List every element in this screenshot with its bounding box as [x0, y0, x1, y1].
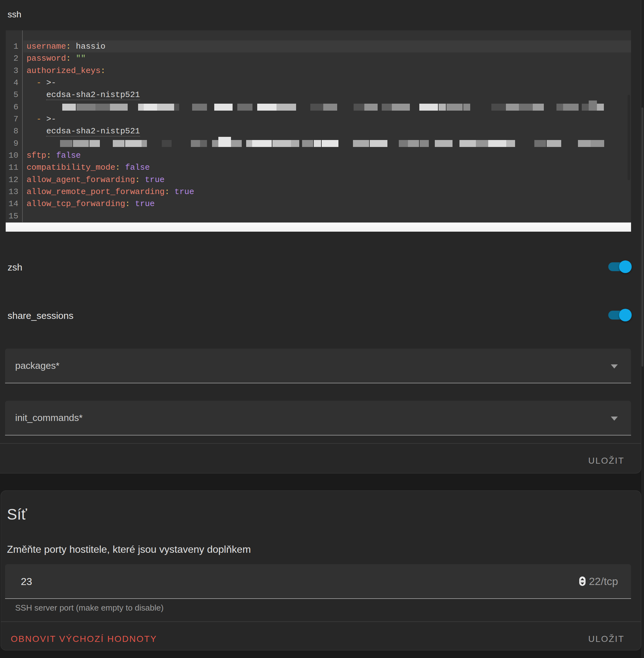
code-token: password: [26, 54, 66, 63]
network-save-button[interactable]: ULOŽIT: [584, 631, 629, 647]
code-token: :: [46, 151, 51, 160]
init-commands-select-label: init_commands*: [15, 401, 83, 435]
code-token: >-: [41, 78, 56, 88]
code-token: [120, 163, 125, 172]
code-token: :: [115, 163, 120, 172]
line-number: 1: [6, 41, 23, 52]
number-stepper[interactable]: [579, 576, 585, 586]
chevron-down-icon: [611, 364, 618, 368]
code-token: username: [26, 42, 66, 51]
ssh-field-label: ssh: [7, 9, 22, 20]
editor-line: 5 ecdsa-sha2-nistp521: [6, 89, 631, 101]
ssh-port-helper-text: SSH server port (make empty to disable): [15, 603, 164, 613]
chevron-down-icon: [611, 416, 618, 421]
redacted-key-blur: [46, 101, 631, 113]
code-line: [23, 210, 631, 222]
page-scrollbar[interactable]: [641, 0, 644, 658]
code-token: :: [125, 199, 130, 209]
code-token: allow_tcp_forwarding: [26, 199, 125, 209]
code-token: ecdsa-sha2-nistp521: [46, 90, 140, 100]
editor-line: 11compatibility_mode: false: [6, 161, 631, 174]
code-line: allow_agent_forwarding: true: [23, 174, 631, 186]
code-token: compatibility_mode: [26, 163, 115, 172]
editor-line: 10sftp: false: [6, 150, 631, 161]
stepper-up-icon[interactable]: [580, 578, 584, 580]
editor-line: 14allow_tcp_forwarding: true: [6, 198, 631, 210]
editor-line: 7 - >-: [6, 113, 631, 125]
code-token: [71, 54, 76, 63]
line-number: 11: [6, 161, 23, 174]
editor-line: 8 ecdsa-sha2-nistp521: [6, 125, 631, 137]
config-footer-divider: [0, 443, 641, 444]
ssh-port-input[interactable]: [20, 564, 496, 599]
code-token: false: [125, 163, 150, 172]
packages-select[interactable]: packages*: [5, 348, 631, 383]
code-line: [23, 101, 631, 113]
line-number: 7: [6, 113, 23, 125]
editor-horizontal-scrollbar[interactable]: [6, 223, 631, 232]
code-token: false: [56, 151, 81, 160]
line-number: 4: [6, 77, 23, 89]
editor-line: 1username: hassio: [6, 41, 631, 52]
code-line: ecdsa-sha2-nistp521: [23, 89, 631, 101]
code-token: authorized_keys: [26, 66, 100, 75]
code-line: [23, 137, 631, 150]
code-token: [140, 175, 145, 185]
editor-lines: 1username: hassio2password: ""3authorize…: [6, 41, 631, 222]
line-number: 3: [6, 65, 23, 77]
code-line: sftp: false: [23, 150, 631, 161]
code-token: allow_remote_port_forwarding: [26, 187, 165, 197]
network-section-title: Síť: [7, 506, 27, 523]
code-line: - >-: [23, 77, 631, 89]
code-token: true: [145, 175, 164, 185]
code-line: compatibility_mode: false: [23, 161, 631, 174]
toggle-thumb: [619, 309, 632, 321]
toggle-thumb: [619, 260, 632, 273]
editor-line: 3authorized_keys:: [6, 65, 631, 77]
line-number: 8: [6, 125, 23, 137]
line-number: 2: [6, 52, 23, 65]
editor-line: 6: [6, 101, 631, 113]
config-save-button[interactable]: ULOŽIT: [584, 453, 629, 469]
code-line: authorized_keys:: [23, 65, 631, 77]
line-number: 6: [6, 101, 23, 113]
code-token: hassio: [71, 42, 105, 51]
editor-vertical-scrollbar-thumb[interactable]: [627, 95, 630, 180]
code-token: [169, 187, 175, 197]
code-token: :: [135, 175, 140, 185]
share-sessions-toggle[interactable]: [608, 311, 631, 319]
page-scrollbar-thumb[interactable]: [642, 108, 643, 367]
code-line: allow_remote_port_forwarding: true: [23, 186, 631, 198]
code-line: - >-: [23, 113, 631, 125]
zsh-label: zsh: [7, 262, 22, 273]
zsh-toggle[interactable]: [608, 262, 631, 271]
yaml-code-editor[interactable]: 1username: hassio2password: ""3authorize…: [6, 30, 631, 222]
code-line: ecdsa-sha2-nistp521: [23, 125, 631, 137]
reset-defaults-button[interactable]: OBNOVIT VÝCHOZÍ HODNOTY: [6, 631, 161, 647]
editor-line: 13allow_remote_port_forwarding: true: [6, 186, 631, 198]
code-token: allow_agent_forwarding: [26, 175, 135, 185]
line-number: 13: [6, 186, 23, 198]
code-token: -: [36, 78, 41, 88]
stepper-down-icon[interactable]: [580, 583, 584, 585]
editor-line: 15: [6, 210, 631, 222]
share-sessions-label: share_sessions: [7, 310, 73, 321]
addon-config-page: ssh 1username: hassio2password: ""3autho…: [0, 0, 644, 658]
code-token: :: [100, 66, 106, 75]
code-token: true: [135, 199, 155, 209]
redacted-key-blur: [46, 137, 631, 150]
editor-line: 4 - >-: [6, 77, 631, 89]
editor-line: 9: [6, 137, 631, 150]
editor-line: 12allow_agent_forwarding: true: [6, 174, 631, 186]
code-token: [51, 151, 56, 160]
line-number: 9: [6, 137, 23, 150]
line-number: 12: [6, 174, 23, 186]
editor-line: 2password: "": [6, 52, 631, 65]
init-commands-select[interactable]: init_commands*: [5, 401, 631, 435]
line-number: 15: [6, 210, 23, 222]
stepper-divider: [580, 581, 584, 582]
code-token: >-: [41, 114, 56, 124]
line-number: 14: [6, 198, 23, 210]
code-line: allow_tcp_forwarding: true: [23, 198, 631, 210]
network-footer-divider: [1, 621, 641, 622]
